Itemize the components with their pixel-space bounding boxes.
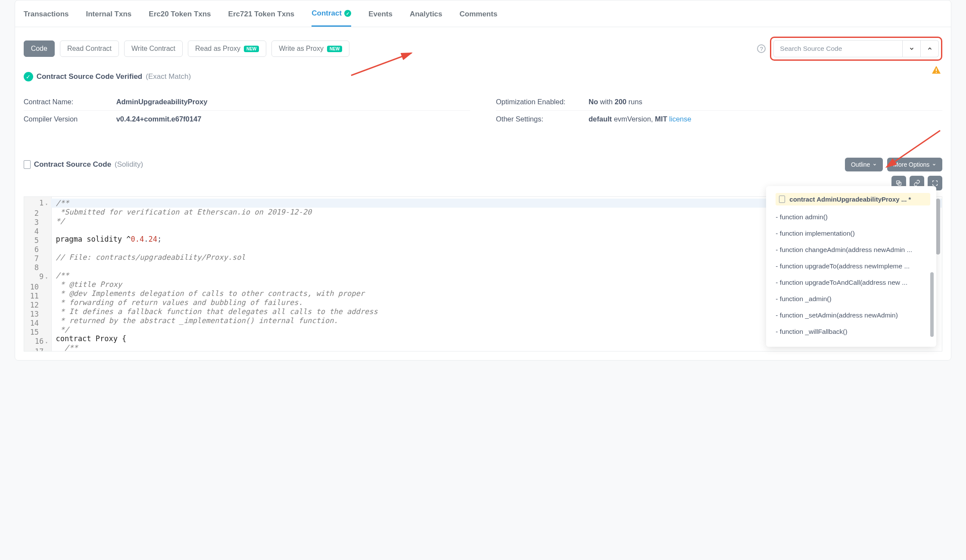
search-input[interactable] [773, 40, 903, 57]
source-actions: Outline More Options [845, 158, 942, 171]
outline-button[interactable]: Outline [845, 158, 883, 171]
document-icon [779, 196, 785, 203]
tab-erc721[interactable]: Erc721 Token Txns [228, 0, 295, 27]
settings-mid: evmVersion, [612, 115, 655, 123]
subtab-write-proxy[interactable]: Write as Proxy NEW [271, 40, 349, 57]
row-contract-name: Contract Name: AdminUpgradeabilityProxy [24, 93, 470, 111]
svg-rect-1 [936, 68, 937, 71]
content: ✓ Contract Source Code Verified (Exact M… [15, 64, 951, 171]
row-compiler: Compiler Version v0.4.24+commit.e67f0147 [24, 111, 470, 128]
verified-check-icon: ✓ [344, 10, 351, 17]
outline-item[interactable]: - function upgradeToAndCall(address new … [776, 274, 936, 291]
code-line: /** [56, 271, 69, 280]
new-badge: NEW [244, 46, 259, 52]
label-contract-name: Contract Name: [24, 98, 116, 106]
code-line: * forwarding of return values and bubbli… [56, 298, 303, 307]
code-line: * @dev Implements delegation of calls to… [56, 289, 365, 298]
subtab-code[interactable]: Code [24, 40, 55, 57]
outline-header-item[interactable]: contract AdminUpgradeabilityProxy ... * [776, 193, 930, 205]
chevron-down-icon [873, 162, 877, 167]
code-line: * @title Proxy [56, 280, 122, 289]
code-line: /** [56, 343, 78, 352]
check-circle-icon: ✓ [24, 72, 33, 81]
outline-item[interactable]: - function changeAdmin(address newAdmin … [776, 242, 936, 258]
search-highlight-box [770, 37, 942, 61]
code-line: *Submitted for verification at Etherscan… [56, 208, 312, 216]
code-body: /** *Submitted for verification at Ether… [52, 197, 382, 351]
chevron-down-icon [932, 162, 936, 167]
file-icon [24, 160, 31, 169]
code-line: * It defines a fallback function that de… [56, 307, 378, 316]
tab-analytics[interactable]: Analytics [410, 0, 442, 27]
outline-label: Outline [851, 161, 870, 168]
subtab-write-contract[interactable]: Write Contract [124, 40, 183, 57]
tab-comments[interactable]: Comments [460, 0, 498, 27]
outline-item[interactable]: - function _willFallback() [776, 324, 936, 340]
search-area: ? [757, 37, 942, 61]
outline-item[interactable]: - function _admin() [776, 291, 936, 307]
opt-mid: with [598, 98, 615, 106]
search-next-button[interactable] [903, 40, 921, 57]
outline-item[interactable]: - function implementation() [776, 225, 936, 242]
value-optimization: No with 200 runs [589, 98, 642, 106]
row-optimization: Optimization Enabled: No with 200 runs [496, 93, 942, 111]
expand-icon [932, 180, 938, 187]
source-header: Contract Source Code (Solidity) Outline … [24, 158, 943, 171]
outline-header-label: contract AdminUpgradeabilityProxy ... * [789, 196, 911, 203]
settings-default: default [589, 115, 612, 123]
subtab-read-contract[interactable]: Read Contract [60, 40, 119, 57]
details-grid: Contract Name: AdminUpgradeabilityProxy … [24, 93, 943, 128]
gutter: 1▾ 2 3 4 5 6 7 8 9▾ 10 11 12 13 14 15 16… [24, 197, 52, 351]
code-line: */ [56, 325, 69, 334]
code-tok: ; [157, 235, 162, 243]
license-link[interactable]: license [669, 115, 691, 123]
tab-contract[interactable]: Contract ✓ [312, 0, 351, 27]
source-title: Contract Source Code (Solidity) [24, 160, 143, 169]
row-settings: Other Settings: default evmVersion, MIT … [496, 111, 942, 128]
code-tok: 24 [149, 235, 157, 243]
verified-row: ✓ Contract Source Code Verified (Exact M… [24, 72, 943, 81]
code-tok: 0.4 [131, 235, 144, 243]
opt-no: No [589, 98, 598, 106]
code-line: // File: contracts/upgradeability/Proxy.… [56, 253, 246, 261]
label-optimization: Optimization Enabled: [496, 98, 589, 106]
link-icon [913, 180, 920, 187]
value-settings: default evmVersion, MIT license [589, 115, 691, 123]
label-compiler: Compiler Version [24, 115, 116, 123]
tab-events[interactable]: Events [368, 0, 393, 27]
more-options-button[interactable]: More Options [887, 158, 942, 171]
value-compiler: v0.4.24+commit.e67f0147 [116, 115, 202, 123]
svg-rect-2 [936, 72, 937, 73]
chevron-up-icon [927, 46, 933, 52]
verified-title: Contract Source Code Verified [37, 72, 143, 81]
outline-item[interactable]: - function _setAdmin(address newAdmin) [776, 307, 936, 324]
scrollbar-thumb[interactable] [936, 199, 940, 255]
main-tabs: Transactions Internal Txns Erc20 Token T… [15, 0, 951, 27]
settings-mit: MIT [655, 115, 667, 123]
code-subtabs: Code Read Contract Write Contract Read a… [24, 40, 350, 57]
code-line: contract Proxy { [56, 334, 127, 343]
search-prev-button[interactable] [921, 40, 939, 57]
outline-item[interactable]: - function upgradeTo(address newImpleme … [776, 258, 936, 274]
label-settings: Other Settings: [496, 115, 589, 123]
new-badge-2: NEW [327, 46, 342, 52]
code-tok: . [144, 235, 148, 243]
code-line: pragma solidity ^ [56, 235, 131, 243]
code-line: * returned by the abstract _implementati… [56, 316, 338, 325]
tab-erc20[interactable]: Erc20 Token Txns [149, 0, 211, 27]
code-line: */ [56, 217, 65, 225]
outline-scrollbar[interactable] [930, 272, 934, 337]
verified-suffix: (Exact Match) [146, 72, 191, 81]
outline-item[interactable]: - function admin() [776, 209, 936, 225]
tab-contract-label: Contract [312, 9, 342, 18]
tab-internal-txns[interactable]: Internal Txns [86, 0, 132, 27]
help-icon[interactable]: ? [757, 44, 766, 53]
chevron-down-icon [909, 46, 915, 52]
subtab-read-proxy[interactable]: Read as Proxy NEW [188, 40, 266, 57]
opt-runs: 200 [615, 98, 627, 106]
copy-icon [895, 180, 902, 187]
subtab-write-proxy-label: Write as Proxy [279, 45, 324, 53]
warning-icon[interactable] [931, 65, 941, 78]
source-lang: (Solidity) [115, 160, 143, 169]
tab-transactions[interactable]: Transactions [24, 0, 69, 27]
